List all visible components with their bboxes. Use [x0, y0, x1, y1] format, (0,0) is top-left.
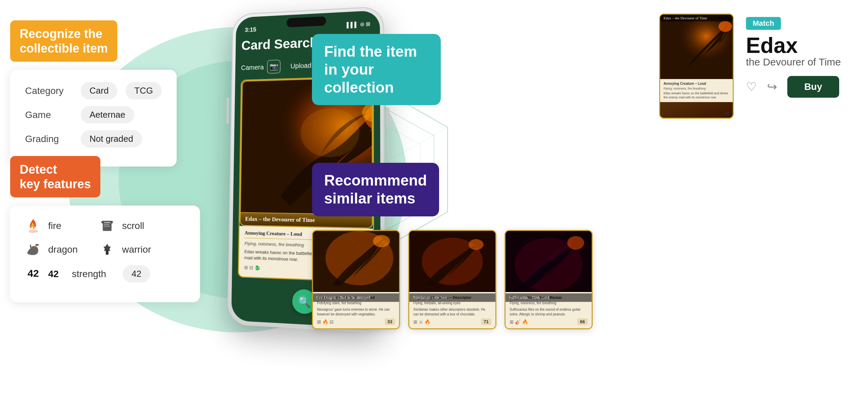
svg-rect-10 [104, 226, 110, 227]
match-card-header-text: Edax – the Devourer of Time [660, 15, 733, 21]
phone-time: 3:15 [245, 26, 256, 34]
similar-card-3[interactable]: Suffocactus – Dark Lord Dragon – Heavy M… [505, 230, 593, 330]
phone-notch [287, 16, 326, 27]
power-button[interactable] [226, 98, 229, 124]
category-row: Category Card TCG [25, 82, 162, 99]
match-info-section: Match Edax the Devourer of Time ♡ ↪ Buy [746, 14, 841, 98]
callout-find-line1: Find the item [324, 43, 417, 60]
camera-button[interactable]: Camera 📷 [241, 60, 281, 75]
svg-point-12 [110, 221, 113, 224]
similar-card-1[interactable]: Fire Dragon – Not to be annoyed Fire Dra… [312, 230, 400, 330]
sim-card-2-text2: Ximilarian makes other descriptors obsol… [413, 307, 491, 316]
callout-find: Find the item in your collection [312, 34, 441, 105]
tag-aeternae[interactable]: Aeternae [81, 106, 134, 123]
detect-line1: Detect [20, 162, 57, 176]
sim-card-2-image: Ximilarian – the Seer [409, 231, 495, 292]
svg-rect-9 [104, 224, 109, 225]
tag-not-graded[interactable]: Not graded [81, 130, 142, 148]
game-row: Game Aeternae [25, 106, 162, 123]
camera-label: Camera [241, 63, 264, 72]
match-name-main: Edax [746, 35, 841, 56]
feature-row-strength: 42 42 strength 42 [25, 265, 185, 283]
tag-tcg[interactable]: TCG [125, 82, 162, 99]
phone-search-icon: 🔍 [298, 295, 311, 308]
svg-point-24 [718, 21, 732, 32]
sim-card-1-footer: ⊞ 🔥 ⊟ 33 [317, 318, 395, 325]
svg-point-33 [567, 236, 584, 250]
recommend-line2: similar items [324, 190, 415, 207]
sim-card-1-icons: ⊞ 🔥 ⊟ [317, 319, 334, 325]
svg-rect-8 [104, 222, 111, 223]
strength-label: strength [72, 269, 116, 279]
sim-card-3-number: 66 [577, 318, 588, 325]
match-card-image: Edax – the Devourer of Time [660, 15, 733, 79]
upload-label: Upload [290, 62, 311, 70]
game-label: Game [25, 110, 73, 120]
sim-card-2-header: Ximilarian – the Seer [409, 293, 495, 302]
similar-cards-list: Fire Dragon – Not to be annoyed Fire Dra… [312, 230, 593, 330]
warrior-icon [99, 241, 115, 258]
buy-button[interactable]: Buy [787, 76, 839, 98]
sim-card-1-image: Fire Dragon – Not to be annoyed [313, 231, 399, 292]
match-card-type: Annoying Creature – Loud [664, 82, 729, 85]
sim-card-2-icons: ⊞ ⚔ 🔥 [413, 319, 430, 325]
recommend-callout: Recommmend similar items [312, 163, 439, 216]
grading-label: Grading [25, 134, 73, 144]
svg-point-13 [31, 247, 32, 248]
fire-icon [25, 218, 41, 234]
match-name-subtitle: the Devourer of Time [746, 56, 841, 68]
match-card-text1: Flying, noisiness, fire breathing [664, 87, 729, 90]
svg-text:42: 42 [27, 268, 39, 279]
match-badge: Match [746, 17, 781, 30]
match-card-text2: Edax wreaks havoc on the battlefield and… [664, 92, 729, 99]
svg-point-11 [101, 221, 104, 224]
phone-card-bottom-icons: ⊞ ⊟ 🐉 [244, 265, 260, 271]
svg-rect-15 [106, 250, 108, 255]
svg-point-14 [34, 246, 35, 248]
sim-card-1-header: Fire Dragon – Not to be annoyed [313, 293, 399, 302]
match-card-number: 42 [725, 111, 729, 116]
sim-card-3-footer: ⊞ 🎸 🔥 66 [510, 318, 588, 325]
match-panel: Edax – the Devourer of Time Annoying Cre… [659, 14, 841, 119]
sim-card-3-text2: Suffocactus flies on the sound of endles… [510, 307, 588, 316]
phone-signal-icons: ▌▌▌ ⊛ ⊠ [347, 21, 370, 28]
tag-card[interactable]: Card [81, 82, 117, 99]
strength-icon: 42 [25, 266, 41, 282]
fire-label: fire [48, 220, 92, 231]
sim-card-1-text2: Nessignus' gaze turns enemies to stone. … [317, 307, 395, 316]
match-actions-bar: ♡ ↪ Buy [746, 76, 841, 98]
recommend-line1: Recommmend [324, 172, 427, 189]
detect-panel: Detect key features fire scroll dragon w… [10, 156, 200, 302]
scroll-label: scroll [122, 220, 166, 231]
sim-card-3-header: Suffocactus – Dark Lord [506, 293, 592, 302]
category-label: Category [25, 85, 73, 96]
recognize-line1: Recognize the [20, 27, 102, 41]
recognize-panel: Recognize the collectible item Category … [10, 20, 177, 167]
features-card: fire scroll dragon warrior 42 42 strengt… [10, 206, 200, 302]
recognize-line2: collectible item [20, 41, 108, 55]
like-button[interactable]: ♡ [746, 80, 757, 94]
svg-point-30 [469, 239, 484, 250]
svg-point-27 [373, 235, 390, 247]
dragon-label: dragon [48, 244, 92, 255]
detect-line2: key features [20, 177, 91, 191]
feature-row-fire-scroll: fire scroll [25, 218, 185, 234]
match-card-body: Annoying Creature – Loud Flying, noisine… [660, 79, 733, 102]
sim-card-3-icons: ⊞ 🎸 🔥 [510, 319, 528, 325]
sim-card-2-number: 71 [481, 318, 491, 325]
share-button[interactable]: ↪ [767, 80, 777, 94]
strength-value: 42 [48, 269, 65, 279]
dragon-icon [25, 241, 41, 258]
strength-tag[interactable]: 42 [123, 265, 150, 283]
similar-card-2[interactable]: Ximilarian – the Seer Legendary Creature… [408, 230, 496, 330]
grading-row: Grading Not graded [25, 130, 162, 148]
recognize-card: Category Card TCG Game Aeternae Grading … [10, 70, 177, 167]
volume-down-button[interactable] [387, 108, 390, 128]
scroll-icon [99, 218, 115, 234]
recommend-panel: Recommmend similar items Fire Dragon – N… [312, 163, 593, 329]
sim-card-1-number: 33 [385, 318, 395, 325]
phone-card-creature-type: Annoying Creature – Loud [244, 230, 302, 237]
phone-app-title: Card Search [241, 35, 318, 53]
callout-find-line2: in your collection [324, 61, 394, 96]
match-card-thumbnail: Edax – the Devourer of Time Annoying Cre… [659, 14, 734, 119]
